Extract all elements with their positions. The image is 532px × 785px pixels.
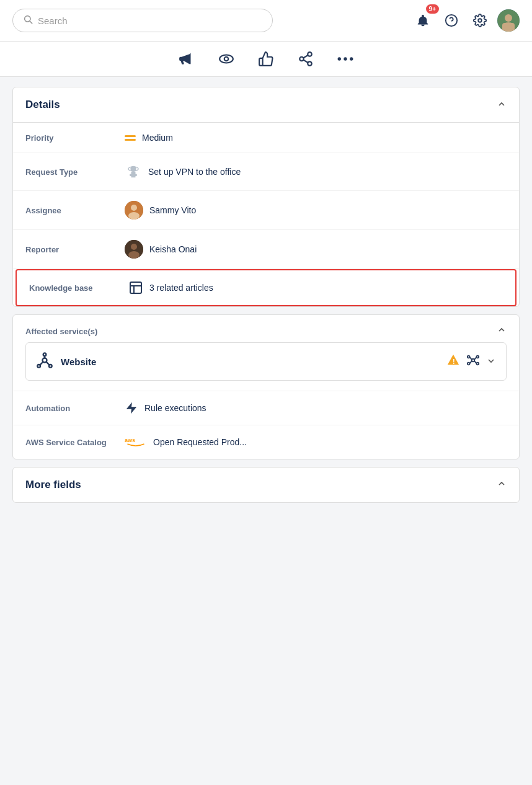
svg-point-11 [308, 52, 312, 56]
priority-icon [125, 135, 136, 141]
assignee-name: Sammy Vito [149, 205, 196, 215]
thumbsup-icon[interactable] [255, 48, 277, 70]
eye-icon[interactable] [215, 48, 237, 70]
svg-point-9 [219, 55, 233, 63]
service-name: Website [61, 357, 439, 367]
svg-point-34 [37, 365, 40, 368]
svg-point-24 [131, 205, 137, 211]
reporter-avatar [125, 240, 143, 259]
automation-value: Rule executions [125, 401, 507, 415]
svg-point-10 [224, 57, 229, 61]
knowledge-base-value: 3 related articles [128, 280, 503, 295]
reporter-name: Keisha Onai [149, 244, 197, 254]
svg-point-33 [43, 353, 47, 356]
svg-point-13 [308, 61, 312, 66]
svg-line-37 [40, 361, 43, 365]
bolt-icon [125, 401, 138, 415]
svg-rect-29 [130, 282, 141, 293]
svg-point-18 [350, 57, 353, 60]
svg-point-35 [49, 365, 52, 368]
aws-logo-icon: aws [125, 435, 147, 449]
search-icon [23, 14, 33, 27]
svg-point-16 [338, 57, 341, 60]
svg-point-25 [128, 212, 140, 220]
svg-point-4 [478, 19, 482, 22]
nav-icons: 9+ [412, 9, 520, 32]
priority-row: Priority Medium [13, 123, 519, 153]
search-box[interactable]: Search [12, 9, 273, 32]
svg-point-43 [477, 355, 479, 358]
reporter-label: Reporter [25, 245, 125, 254]
svg-rect-8 [502, 23, 515, 32]
notification-count: 9+ [426, 4, 439, 14]
dependency-icon [466, 353, 480, 370]
settings-button[interactable] [469, 9, 491, 32]
warning-icon: ! [446, 353, 460, 370]
share-icon[interactable] [295, 48, 317, 70]
more-fields-header: More fields [13, 468, 519, 502]
service-status-icons: ! [446, 353, 496, 370]
top-navigation: Search 9+ [0, 0, 532, 42]
affected-services-header: Affected service(s) [13, 315, 519, 342]
svg-line-48 [470, 360, 472, 363]
more-fields-card: More fields [12, 467, 520, 503]
service-network-icon [36, 352, 53, 371]
assignee-value: Sammy Vito [125, 201, 507, 220]
svg-text:!: ! [453, 357, 455, 365]
svg-point-28 [128, 251, 140, 259]
vpn-icon [125, 163, 142, 180]
svg-text:aws: aws [125, 437, 135, 443]
request-type-label: Request Type [25, 167, 125, 177]
details-collapse-icon[interactable] [497, 99, 507, 111]
action-toolbar [0, 42, 532, 77]
svg-line-14 [303, 60, 308, 63]
priority-text: Medium [142, 133, 173, 143]
search-placeholder-text: Search [38, 16, 68, 26]
automation-label: Automation [25, 404, 125, 413]
affected-services-title: Affected service(s) [25, 327, 97, 336]
main-content: Details Priority Medium R [0, 77, 532, 513]
aws-row: AWS Service Catalog aws Open Requested P… [13, 425, 519, 459]
knowledge-base-row[interactable]: Knowledge base 3 related articles [16, 269, 516, 306]
svg-point-6 [505, 14, 512, 22]
priority-label: Priority [25, 133, 125, 143]
svg-point-17 [344, 57, 347, 60]
service-item[interactable]: Website ! [25, 342, 507, 381]
assignee-avatar [125, 201, 143, 220]
more-fields-collapse-icon[interactable] [497, 479, 507, 491]
aws-value: aws Open Requested Prod... [125, 435, 507, 449]
svg-line-46 [470, 357, 472, 359]
svg-point-44 [468, 362, 470, 365]
user-avatar[interactable] [497, 9, 520, 32]
knowledge-base-icon [128, 280, 143, 295]
svg-line-38 [46, 361, 50, 365]
svg-point-12 [299, 57, 304, 61]
svg-point-45 [477, 362, 479, 365]
svg-line-49 [474, 360, 477, 363]
knowledge-base-label: Knowledge base [29, 283, 128, 293]
svg-marker-50 [126, 402, 137, 414]
automation-row: Automation Rule executions [13, 391, 519, 425]
svg-line-1 [30, 21, 32, 24]
affected-services-collapse-icon[interactable] [497, 325, 507, 337]
megaphone-icon[interactable] [175, 48, 198, 70]
aws-text: Open Requested Prod... [153, 437, 247, 447]
knowledge-base-text: 3 related articles [149, 283, 213, 293]
automation-text: Rule executions [144, 403, 206, 413]
reporter-row: Reporter Keisha Onai [13, 230, 519, 269]
request-type-value: Set up VPN to the office [125, 163, 507, 180]
request-type-text: Set up VPN to the office [148, 167, 241, 177]
svg-point-27 [131, 244, 137, 250]
service-expand-icon[interactable] [486, 356, 496, 368]
more-options-icon[interactable] [334, 48, 357, 70]
help-button[interactable] [440, 9, 463, 32]
assignee-label: Assignee [25, 206, 125, 215]
details-card-title: Details [25, 99, 60, 111]
svg-point-42 [468, 355, 470, 358]
request-type-row: Request Type Set up VPN to the office [13, 153, 519, 191]
details-card-header: Details [13, 87, 519, 123]
more-fields-title: More fields [25, 479, 81, 491]
notifications-button[interactable]: 9+ [412, 9, 434, 32]
details-card: Details Priority Medium R [12, 87, 520, 307]
aws-label: AWS Service Catalog [25, 438, 125, 447]
